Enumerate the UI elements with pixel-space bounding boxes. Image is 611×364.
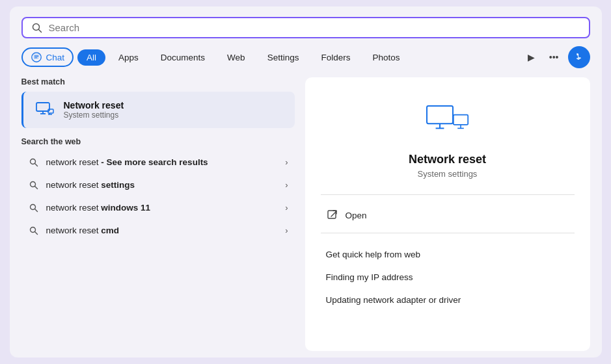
svg-line-1: [38, 29, 41, 32]
left-panel: Best match Network reset System settings: [21, 77, 295, 351]
quick-help-label: Get quick help from web: [326, 250, 421, 259]
svg-line-14: [34, 209, 37, 211]
svg-line-12: [34, 186, 37, 188]
result-arrow-4: ›: [285, 226, 288, 235]
svg-point-9: [30, 159, 35, 164]
tab-folders[interactable]: Folders: [312, 49, 359, 66]
search-bar: network reset: [21, 17, 590, 38]
play-button[interactable]: ▶: [523, 49, 540, 65]
best-match-item[interactable]: Network reset System settings: [21, 92, 295, 128]
more-button[interactable]: •••: [544, 49, 564, 65]
web-search-icon-1: [28, 158, 40, 167]
tab-documents[interactable]: Documents: [152, 49, 214, 66]
related-link-1-label: Finding my IP address: [326, 272, 413, 282]
best-match-text: Network reset System settings: [64, 100, 124, 120]
chat-icon: [31, 51, 42, 63]
svg-rect-3: [36, 103, 49, 111]
bing-button[interactable]: [568, 46, 590, 68]
web-search-icon-3: [28, 203, 40, 213]
svg-point-15: [30, 227, 35, 232]
bing-icon: [573, 51, 585, 63]
web-result-item[interactable]: network reset - See more search results …: [21, 151, 295, 173]
svg-rect-24: [328, 211, 336, 218]
result-arrow-3: ›: [285, 203, 288, 213]
open-icon: [326, 210, 339, 220]
related-link-2[interactable]: Updating network adapter or driver: [321, 289, 575, 311]
right-network-icon: [321, 90, 575, 153]
web-result-text-3: network reset windows 11: [46, 203, 279, 213]
open-action[interactable]: Open: [321, 204, 575, 226]
action-list: Open Get quick help from web Finding my …: [321, 204, 575, 311]
right-panel-subtitle: System settings: [321, 169, 575, 179]
best-match-label: Best match: [21, 77, 295, 86]
svg-line-16: [34, 231, 37, 234]
main-content: Best match Network reset System settings: [21, 77, 590, 351]
open-label: Open: [346, 211, 367, 220]
tab-photos[interactable]: Photos: [363, 49, 409, 66]
search-panel: network reset Chat All Apps Documents We…: [10, 6, 602, 358]
network-reset-icon: [33, 98, 56, 122]
svg-point-13: [30, 204, 35, 209]
quick-help-action[interactable]: Get quick help from web: [321, 244, 575, 265]
tab-actions: ▶ •••: [523, 46, 590, 68]
svg-rect-17: [427, 106, 453, 124]
web-result-text-2: network reset settings: [46, 180, 279, 190]
tab-web[interactable]: Web: [218, 49, 254, 66]
related-link-1[interactable]: Finding my IP address: [321, 266, 575, 288]
web-search-icon-2: [28, 181, 40, 190]
divider2: [321, 233, 575, 233]
svg-point-11: [30, 181, 35, 187]
tab-chat[interactable]: Chat: [21, 47, 74, 67]
tab-all[interactable]: All: [77, 49, 105, 66]
filter-tabs: Chat All Apps Documents Web Settings Fol…: [21, 46, 590, 68]
tab-apps[interactable]: Apps: [109, 49, 148, 66]
right-panel-title: Network reset: [321, 153, 575, 166]
web-results: network reset - See more search results …: [21, 151, 295, 241]
web-result-item[interactable]: network reset windows 11 ›: [21, 197, 295, 218]
svg-line-10: [34, 163, 37, 166]
result-arrow-2: ›: [285, 180, 288, 190]
search-input[interactable]: network reset: [49, 22, 580, 33]
web-result-text-1: network reset - See more search results: [46, 157, 279, 167]
right-panel: Network reset System settings Open: [305, 77, 590, 351]
result-arrow-1: ›: [285, 157, 288, 167]
divider: [321, 194, 575, 195]
svg-rect-20: [453, 115, 467, 125]
web-search-icon-4: [28, 226, 40, 235]
related-link-2-label: Updating network adapter or driver: [326, 295, 461, 305]
web-result-item[interactable]: network reset cmd ›: [21, 220, 295, 241]
web-result-text-4: network reset cmd: [46, 226, 279, 235]
web-section-label: Search the web: [21, 137, 295, 146]
tab-settings[interactable]: Settings: [258, 49, 308, 66]
search-icon: [32, 23, 42, 33]
web-result-item[interactable]: network reset settings ›: [21, 174, 295, 196]
